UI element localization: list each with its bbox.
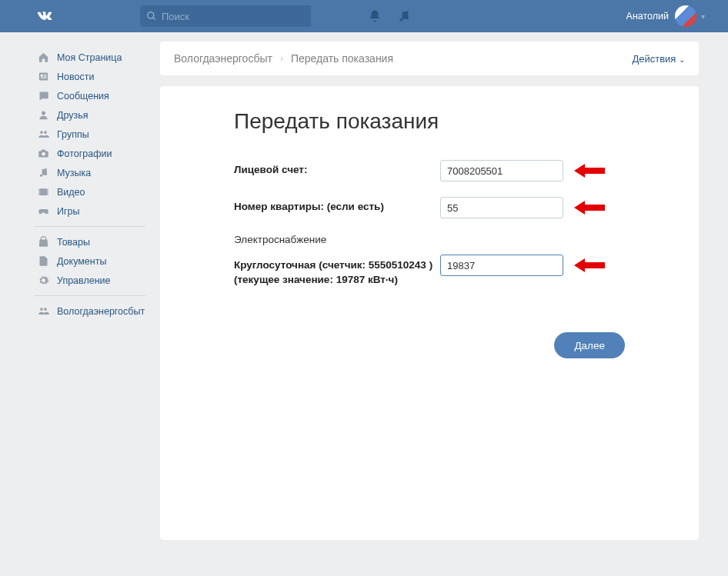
next-button[interactable]: Далее bbox=[554, 332, 625, 358]
sidebar-label: Друзья bbox=[57, 110, 88, 121]
sidebar-item-documents[interactable]: Документы bbox=[34, 251, 157, 271]
supply-section-label: Электроснабжение bbox=[234, 234, 625, 245]
svg-rect-4 bbox=[38, 73, 47, 81]
gamepad-icon bbox=[35, 205, 51, 217]
svg-point-3 bbox=[405, 16, 408, 19]
sidebar-label: Документы bbox=[57, 256, 106, 267]
account-input[interactable] bbox=[440, 160, 563, 181]
sidebar-item-video[interactable]: Видео bbox=[34, 182, 157, 201]
actions-dropdown[interactable]: Действия ⌄ bbox=[632, 53, 685, 65]
topbar: Поиск Анатолий ▾ bbox=[0, 0, 728, 32]
sidebar-item-photos[interactable]: Фотографии bbox=[34, 144, 157, 163]
sidebar: Моя Страница Новости Сообщения Друзья Гр… bbox=[34, 42, 157, 540]
svg-point-18 bbox=[40, 308, 43, 311]
sidebar-item-my-page[interactable]: Моя Страница bbox=[34, 48, 157, 67]
svg-marker-20 bbox=[574, 164, 605, 178]
svg-point-9 bbox=[42, 112, 45, 115]
sidebar-label: Новости bbox=[57, 72, 94, 82]
svg-marker-22 bbox=[574, 258, 605, 272]
sidebar-item-music[interactable]: Музыка bbox=[34, 163, 157, 182]
svg-marker-21 bbox=[574, 201, 605, 215]
gear-icon bbox=[35, 275, 51, 286]
svg-line-1 bbox=[153, 18, 155, 20]
sidebar-label: Вологдаэнергосбыт bbox=[57, 306, 145, 317]
sidebar-item-friends[interactable]: Друзья bbox=[34, 105, 157, 125]
svg-point-0 bbox=[148, 12, 154, 18]
arrow-annotation bbox=[574, 258, 605, 272]
meter-input[interactable] bbox=[440, 255, 563, 276]
sidebar-label: Управление bbox=[57, 275, 111, 286]
sidebar-separator bbox=[34, 295, 145, 296]
sidebar-separator bbox=[34, 226, 145, 227]
breadcrumb-separator: › bbox=[280, 53, 283, 64]
arrow-annotation bbox=[574, 164, 605, 178]
svg-rect-5 bbox=[40, 75, 42, 77]
breadcrumb-current: Передать показания bbox=[291, 52, 393, 65]
news-icon bbox=[35, 71, 51, 82]
search-icon bbox=[146, 11, 157, 22]
user-menu[interactable]: Анатолий ▾ bbox=[626, 5, 705, 27]
account-label: Лицевой счет: bbox=[234, 160, 440, 175]
chevron-down-icon: ⌄ bbox=[679, 55, 685, 64]
avatar bbox=[675, 5, 696, 27]
arrow-annotation bbox=[574, 201, 605, 215]
meter-label: Круглосуточная (счетчик: 5550510243 ) (т… bbox=[234, 255, 440, 288]
sidebar-label: Сообщения bbox=[57, 91, 109, 102]
groups-icon bbox=[35, 128, 51, 140]
svg-point-13 bbox=[39, 175, 42, 177]
sidebar-label: Фотографии bbox=[57, 148, 112, 159]
messages-icon bbox=[35, 90, 51, 102]
sidebar-label: Игры bbox=[57, 206, 79, 217]
sidebar-label: Моя Страница bbox=[57, 52, 122, 63]
music-icon[interactable] bbox=[397, 9, 411, 23]
sidebar-label: Музыка bbox=[57, 168, 91, 178]
camera-icon bbox=[35, 148, 51, 159]
chevron-down-icon: ▾ bbox=[701, 12, 705, 21]
content: Вологдаэнергосбыт › Передать показания Д… bbox=[160, 42, 699, 540]
svg-point-19 bbox=[44, 308, 47, 311]
svg-rect-8 bbox=[40, 78, 46, 78]
music-note-icon bbox=[35, 167, 51, 178]
sidebar-label: Группы bbox=[57, 129, 89, 140]
sidebar-item-news[interactable]: Новости bbox=[34, 67, 157, 86]
svg-point-2 bbox=[399, 18, 402, 22]
svg-point-10 bbox=[40, 131, 43, 134]
vk-logo[interactable] bbox=[34, 5, 55, 27]
svg-rect-6 bbox=[44, 75, 46, 75]
document-icon bbox=[35, 255, 51, 267]
video-icon bbox=[35, 186, 51, 198]
home-icon bbox=[35, 52, 51, 63]
friends-icon bbox=[35, 109, 51, 121]
svg-point-12 bbox=[42, 152, 45, 155]
sidebar-label: Товары bbox=[57, 237, 90, 248]
sidebar-item-messages[interactable]: Сообщения bbox=[34, 86, 157, 105]
apartment-input[interactable] bbox=[440, 197, 563, 218]
svg-rect-17 bbox=[46, 188, 48, 195]
search-input-wrap[interactable]: Поиск bbox=[140, 5, 311, 27]
apartment-label: Номер квартиры: (если есть) bbox=[234, 197, 440, 212]
form-panel: Передать показания Лицевой счет: Номер к… bbox=[160, 86, 699, 540]
sidebar-item-market[interactable]: Товары bbox=[34, 232, 157, 251]
svg-rect-16 bbox=[38, 188, 40, 195]
svg-point-11 bbox=[44, 131, 47, 134]
bag-icon bbox=[35, 236, 51, 248]
notifications-icon[interactable] bbox=[368, 9, 382, 23]
breadcrumb: Вологдаэнергосбыт › Передать показания Д… bbox=[160, 42, 699, 75]
search-placeholder: Поиск bbox=[162, 11, 189, 22]
username: Анатолий bbox=[626, 11, 669, 22]
community-icon bbox=[35, 305, 51, 317]
sidebar-item-groups[interactable]: Группы bbox=[34, 125, 157, 144]
svg-rect-7 bbox=[44, 76, 46, 77]
breadcrumb-root[interactable]: Вологдаэнергосбыт bbox=[174, 52, 272, 65]
sidebar-label: Видео bbox=[57, 187, 85, 198]
sidebar-item-community[interactable]: Вологдаэнергосбыт bbox=[34, 301, 157, 321]
sidebar-item-manage[interactable]: Управление bbox=[34, 271, 157, 290]
sidebar-item-games[interactable]: Игры bbox=[34, 201, 157, 221]
page-title: Передать показания bbox=[234, 109, 625, 134]
svg-point-14 bbox=[45, 173, 47, 175]
